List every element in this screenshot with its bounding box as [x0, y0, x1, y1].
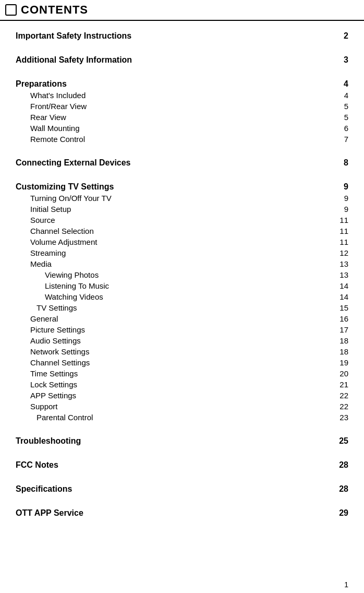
toc-label: Specifications [16, 484, 72, 494]
toc-row: Initial Setup 9 [16, 204, 348, 215]
toc-label: Connecting External Devices [16, 158, 131, 168]
toc-row: FCC Notes 28 [16, 459, 348, 471]
header-icon [5, 4, 17, 16]
toc-label: Channel Selection [16, 227, 94, 235]
toc-row: Picture Settings 17 [16, 324, 348, 335]
toc-label: Watching Videos [16, 292, 103, 301]
toc-page: 12 [339, 248, 348, 257]
toc-section-customizing: Customizing TV Settings 9 Turning On/Off… [16, 181, 348, 423]
toc-page: 13 [339, 270, 348, 279]
toc-page: 14 [339, 281, 348, 290]
toc-row: Network Settings 18 [16, 346, 348, 357]
toc-page: 14 [339, 292, 348, 301]
toc-page: 5 [344, 113, 348, 122]
toc-label: Wall Mounting [16, 124, 79, 133]
page-container: CONTENTS Important Safety Instructions 2… [0, 0, 364, 593]
toc-label: Turning On/Off Your TV [16, 194, 112, 203]
toc-page: 23 [339, 413, 348, 422]
toc-page: 20 [339, 369, 348, 378]
toc-row: Preparations 4 [16, 78, 348, 90]
toc-label: FCC Notes [16, 460, 58, 470]
toc-label: What's Included [16, 91, 86, 100]
toc-label: OTT APP Service [16, 508, 83, 518]
toc-row: Viewing Photos 13 [16, 269, 348, 280]
toc-page: 15 [339, 303, 348, 312]
toc-page: 28 [339, 460, 348, 470]
toc-label: Network Settings [16, 347, 89, 356]
header: CONTENTS [0, 0, 364, 21]
toc-page: 25 [339, 436, 348, 446]
toc-label: General [16, 314, 58, 323]
toc-label: Media [16, 259, 52, 268]
toc-page: 6 [344, 124, 348, 133]
toc-row: Turning On/Off Your TV 9 [16, 193, 348, 204]
toc-row: Customizing TV Settings 9 [16, 181, 348, 193]
toc-label: Customizing TV Settings [16, 182, 114, 192]
toc-page: 9 [344, 205, 348, 214]
toc-section-additional-safety: Additional Safety Information 3 [16, 54, 348, 66]
toc-page: 4 [344, 79, 348, 89]
page-number: 1 [344, 580, 348, 589]
toc-section-safety: Important Safety Instructions 2 [16, 30, 348, 42]
toc-row: APP Settings 22 [16, 390, 348, 401]
toc-page: 13 [339, 259, 348, 268]
toc-label: Preparations [16, 79, 67, 89]
toc-row: TV Settings 15 [16, 302, 348, 313]
toc-row: Watching Videos 14 [16, 291, 348, 302]
toc-row: Media 13 [16, 258, 348, 269]
toc-row: Audio Settings 18 [16, 335, 348, 346]
toc-content: Important Safety Instructions 2 Addition… [0, 30, 364, 542]
toc-label: Initial Setup [16, 205, 71, 214]
toc-page: 8 [344, 158, 348, 168]
toc-label: TV Settings [16, 303, 77, 312]
toc-label: Additional Safety Information [16, 55, 132, 65]
toc-page: 22 [339, 391, 348, 400]
toc-page: 9 [344, 182, 348, 192]
toc-page: 28 [339, 484, 348, 494]
toc-row: Time Settings 20 [16, 368, 348, 379]
toc-page: 11 [339, 216, 348, 224]
toc-label: Remote Control [16, 135, 85, 144]
toc-section-fcc: FCC Notes 28 [16, 459, 348, 471]
toc-label: Rear View [16, 113, 66, 122]
toc-page: 4 [344, 91, 348, 100]
toc-label: Front/Rear View [16, 102, 87, 111]
toc-label: Channel Settings [16, 358, 90, 367]
toc-page: 29 [339, 508, 348, 518]
toc-label: Parental Control [16, 413, 93, 422]
toc-row: Source 11 [16, 215, 348, 226]
toc-label: APP Settings [16, 391, 76, 400]
toc-row: Volume Adjustment 11 [16, 236, 348, 247]
toc-page: 21 [339, 380, 348, 389]
toc-row: OTT APP Service 29 [16, 507, 348, 519]
toc-section-connecting: Connecting External Devices 8 [16, 157, 348, 169]
toc-section-troubleshooting: Troubleshooting 25 [16, 435, 348, 447]
toc-row: Remote Control 7 [16, 134, 348, 145]
toc-label: Listening To Music [16, 281, 109, 290]
toc-page: 7 [344, 135, 348, 144]
toc-row: Troubleshooting 25 [16, 435, 348, 447]
toc-label: Important Safety Instructions [16, 31, 131, 41]
toc-page: 16 [339, 314, 348, 323]
toc-page: 18 [339, 347, 348, 356]
toc-row: Channel Settings 19 [16, 357, 348, 368]
toc-page: 11 [339, 227, 348, 235]
toc-row: Important Safety Instructions 2 [16, 30, 348, 42]
toc-section-specifications: Specifications 28 [16, 483, 348, 495]
toc-label: Volume Adjustment [16, 238, 97, 246]
toc-label: Time Settings [16, 369, 78, 378]
toc-label: Troubleshooting [16, 436, 81, 446]
toc-label: Streaming [16, 248, 66, 257]
toc-page: 22 [339, 402, 348, 411]
toc-label: Viewing Photos [16, 270, 99, 279]
toc-row: Streaming 12 [16, 247, 348, 258]
toc-row: Rear View 5 [16, 112, 348, 123]
toc-page: 18 [339, 336, 348, 345]
toc-label: Audio Settings [16, 336, 81, 345]
toc-page: 2 [344, 31, 348, 41]
toc-label: Lock Settings [16, 380, 77, 389]
toc-page: 5 [344, 102, 348, 111]
toc-row: Specifications 28 [16, 483, 348, 495]
toc-row: Front/Rear View 5 [16, 101, 348, 112]
toc-label: Source [16, 216, 55, 224]
